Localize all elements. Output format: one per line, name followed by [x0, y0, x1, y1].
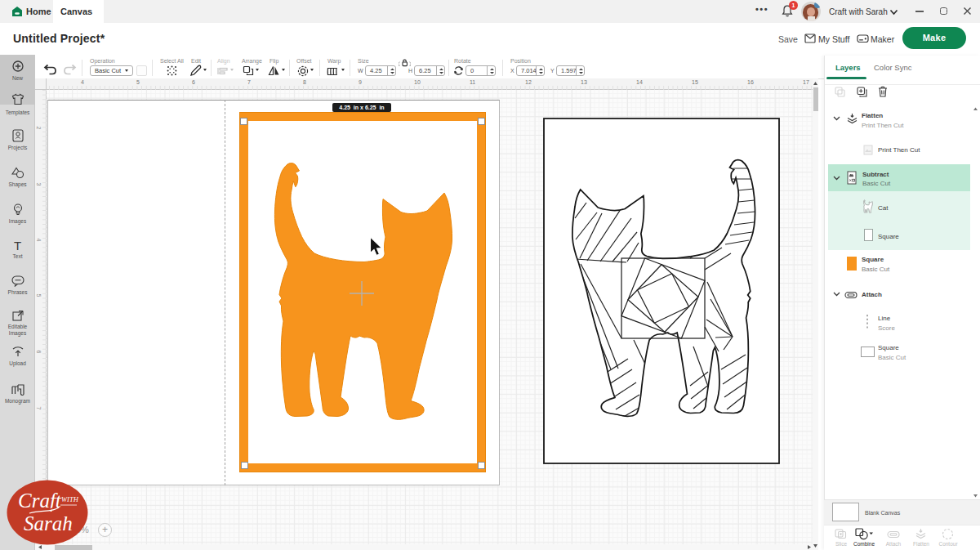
svg-text:WITH: WITH	[61, 495, 79, 503]
svg-text:Sarah: Sarah	[24, 512, 73, 534]
svg-text:Craft: Craft	[18, 490, 62, 512]
